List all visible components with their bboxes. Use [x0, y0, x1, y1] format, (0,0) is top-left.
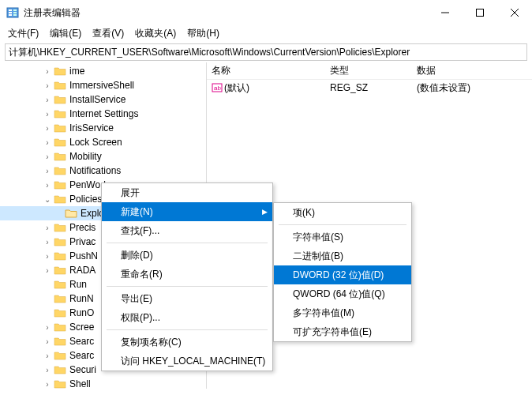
tree-label: InstallService — [69, 94, 126, 105]
expand-icon[interactable]: › — [43, 323, 52, 332]
string-value-icon: ab — [212, 82, 223, 93]
expand-icon[interactable]: › — [43, 380, 52, 389]
svg-rect-4 — [13, 9, 17, 11]
tree-label: RunN — [69, 293, 94, 304]
tree-item[interactable]: ›InstallService — [0, 92, 206, 107]
menu-item[interactable]: 导出(E) — [102, 289, 272, 308]
address-bar[interactable]: 计算机\HKEY_CURRENT_USER\Software\Microsoft… — [5, 43, 527, 61]
expand-icon[interactable]: › — [43, 81, 52, 90]
tree-item[interactable]: ›Notifications — [0, 164, 206, 178]
tree-label: ime — [69, 66, 84, 77]
tree-label: Scree — [69, 322, 94, 333]
expand-icon[interactable]: › — [43, 238, 52, 246]
svg-rect-5 — [13, 12, 17, 13]
address-path: 计算机\HKEY_CURRENT_USER\Software\Microsoft… — [9, 46, 410, 59]
expand-icon[interactable]: › — [43, 110, 52, 118]
tree-label: IrisService — [69, 122, 114, 134]
tree-label: Shell — [69, 378, 91, 389]
tree-label: Internet Settings — [69, 108, 138, 119]
menu-item[interactable]: 可扩充字符串值(E) — [274, 322, 411, 341]
expand-icon[interactable]: › — [43, 138, 52, 147]
svg-rect-3 — [9, 14, 12, 16]
expand-icon[interactable]: › — [43, 167, 52, 175]
col-type[interactable]: 类型 — [330, 64, 417, 77]
svg-rect-8 — [477, 9, 484, 17]
expand-icon[interactable]: › — [43, 124, 52, 133]
submenu-arrow-icon: ▶ — [262, 208, 268, 216]
expand-icon[interactable]: › — [43, 224, 52, 232]
menu-item[interactable]: 新建(N)▶ — [102, 202, 272, 221]
window-controls — [428, 0, 532, 25]
menu-item[interactable]: 收藏夹(A) — [130, 25, 181, 42]
maximize-button[interactable] — [463, 0, 497, 25]
expand-icon[interactable]: › — [43, 352, 52, 360]
close-button[interactable] — [497, 0, 532, 25]
menu-item[interactable]: 文件(F) — [3, 25, 43, 42]
menu-item[interactable]: DWORD (32 位)值(D) — [274, 265, 411, 284]
value-type: REG_SZ — [330, 82, 417, 93]
expand-icon[interactable]: › — [43, 152, 52, 161]
menu-item[interactable]: 帮助(H) — [182, 25, 224, 42]
expand-icon[interactable]: › — [43, 252, 52, 261]
expand-icon[interactable]: › — [43, 337, 52, 346]
tree-label: PushN — [69, 250, 98, 261]
menu-separator — [279, 224, 406, 225]
list-header: 名称 类型 数据 — [207, 62, 532, 80]
menu-item[interactable]: QWORD (64 位)值(Q) — [274, 284, 411, 303]
menu-item[interactable]: 查找(F)... — [102, 221, 272, 240]
tree-label: Precis — [69, 222, 96, 233]
tree-item[interactable]: ›ime — [0, 64, 206, 78]
tree-label: Run — [69, 279, 87, 290]
regedit-icon — [6, 6, 19, 19]
tree-label: Searc — [69, 336, 94, 347]
expand-icon[interactable]: › — [43, 67, 52, 76]
menu-item[interactable]: 二进制值(B) — [274, 246, 411, 265]
svg-rect-1 — [9, 9, 12, 11]
tree-item[interactable]: ›Internet Settings — [0, 107, 206, 121]
menu-item[interactable]: 重命名(R) — [102, 265, 272, 284]
menu-separator — [107, 243, 268, 243]
tree-label: Notifications — [69, 165, 121, 176]
menu-item[interactable]: 字符串值(S) — [274, 228, 411, 246]
tree-label: RunO — [69, 307, 94, 318]
menu-separator — [107, 286, 268, 287]
menu-item[interactable]: 编辑(E) — [45, 25, 86, 42]
tree-label: Lock Screen — [69, 137, 122, 148]
tree-item[interactable]: ›IrisService — [0, 121, 206, 135]
tree-item[interactable]: ›Lock Screen — [0, 135, 206, 149]
minimize-button[interactable] — [428, 0, 463, 25]
menu-separator — [107, 329, 268, 330]
value-data: (数值未设置) — [417, 81, 470, 95]
col-name[interactable]: 名称 — [212, 64, 330, 77]
menu-item[interactable]: 多字符串值(M) — [274, 303, 411, 322]
tree-label: ImmersiveShell — [69, 80, 134, 91]
menu-item[interactable]: 删除(D) — [102, 246, 272, 265]
menu-item[interactable]: 访问 HKEY_LOCAL_MACHINE(T) — [102, 352, 272, 371]
expand-icon[interactable]: › — [43, 366, 52, 374]
tree-item[interactable]: ›Mobility — [0, 149, 206, 164]
tree-label: Policies — [69, 194, 102, 205]
tree-label: RADA — [69, 265, 96, 276]
col-data[interactable]: 数据 — [417, 64, 436, 77]
list-row[interactable]: ab (默认) REG_SZ (数值未设置) — [207, 80, 532, 96]
expand-icon[interactable]: › — [43, 96, 52, 104]
menu-item[interactable]: 展开 — [102, 183, 272, 202]
expand-icon[interactable]: › — [43, 266, 52, 275]
tree-item[interactable]: ›ImmersiveShell — [0, 78, 206, 92]
menu-item[interactable]: 权限(P)... — [102, 308, 272, 327]
menu-item[interactable]: 查看(V) — [88, 25, 129, 42]
menu-bar: 文件(F)编辑(E)查看(V)收藏夹(A)帮助(H) — [0, 25, 532, 42]
title-bar: 注册表编辑器 — [0, 0, 532, 25]
context-menu[interactable]: 展开新建(N)▶查找(F)...删除(D)重命名(R)导出(E)权限(P)...… — [101, 182, 273, 371]
context-submenu-new[interactable]: 项(K)字符串值(S)二进制值(B)DWORD (32 位)值(D)QWORD … — [273, 202, 412, 342]
tree-item[interactable]: ›Shell — [0, 377, 206, 389]
window-title: 注册表编辑器 — [24, 6, 428, 20]
svg-rect-6 — [13, 14, 17, 16]
menu-item[interactable]: 复制项名称(C) — [102, 333, 272, 352]
expand-icon[interactable]: ⌄ — [43, 195, 52, 204]
expand-icon[interactable]: › — [43, 181, 52, 190]
value-name: (默认) — [224, 81, 330, 95]
tree-label: Privac — [69, 236, 96, 247]
tree-label: Searc — [69, 350, 94, 361]
menu-item[interactable]: 项(K) — [274, 203, 411, 222]
